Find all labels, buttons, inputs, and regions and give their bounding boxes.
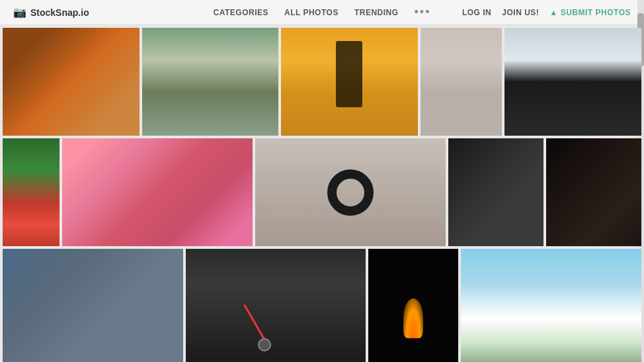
photo-strawberries[interactable] <box>3 138 60 246</box>
figure-overlay <box>336 41 362 107</box>
photo-phone-food[interactable] <box>448 138 543 246</box>
header: 📷 StockSnap.io CATEGORIES ALL PHOTOS TRE… <box>0 0 644 25</box>
header-right: LOG IN JOIN US! ▲ SUBMIT PHOTOS <box>462 8 631 17</box>
photo-mountain-peak[interactable] <box>504 28 641 136</box>
photo-mountain-lake[interactable] <box>461 249 641 362</box>
nav-categories[interactable]: CATEGORIES <box>214 8 268 17</box>
photo-grid <box>0 25 644 362</box>
login-link[interactable]: LOG IN <box>462 8 491 17</box>
photo-cherry-blossoms[interactable] <box>62 138 253 246</box>
photo-firewood-man[interactable] <box>3 249 183 362</box>
main-nav: CATEGORIES ALL PHOTOS TRENDING ••• <box>214 5 431 19</box>
photo-row-2 <box>3 138 641 246</box>
logo-text: StockSnap.io <box>30 7 89 18</box>
photo-campfire[interactable] <box>368 249 458 362</box>
logo[interactable]: 📷 StockSnap.io <box>13 6 89 19</box>
photo-man-yellow-wall[interactable] <box>281 28 418 136</box>
nav-trending[interactable]: TRENDING <box>354 8 399 17</box>
nav-more[interactable]: ••• <box>415 5 431 19</box>
photo-black-ring[interactable] <box>255 138 446 246</box>
nav-all-photos[interactable]: ALL PHOTOS <box>284 8 339 17</box>
photo-metal-bolts[interactable] <box>421 28 503 136</box>
gauge-needle <box>243 304 268 345</box>
gauge-dial <box>258 338 271 351</box>
submit-photos-label: SUBMIT PHOTOS <box>561 8 631 17</box>
photo-dashboard-gauge[interactable] <box>186 249 366 362</box>
photo-woman-red-hair[interactable] <box>3 28 140 136</box>
join-link[interactable]: JOIN US! <box>502 8 539 17</box>
photo-purple-flowers[interactable] <box>142 28 279 136</box>
photo-light-trails[interactable] <box>546 138 641 246</box>
photo-row-3 <box>3 249 641 362</box>
photo-row-1 <box>3 28 641 136</box>
upload-icon: ▲ <box>549 8 557 17</box>
submit-photos-button[interactable]: ▲ SUBMIT PHOTOS <box>549 8 631 17</box>
camera-icon: 📷 <box>13 6 26 19</box>
ring-overlay <box>327 169 374 216</box>
flame-overlay <box>403 298 423 338</box>
